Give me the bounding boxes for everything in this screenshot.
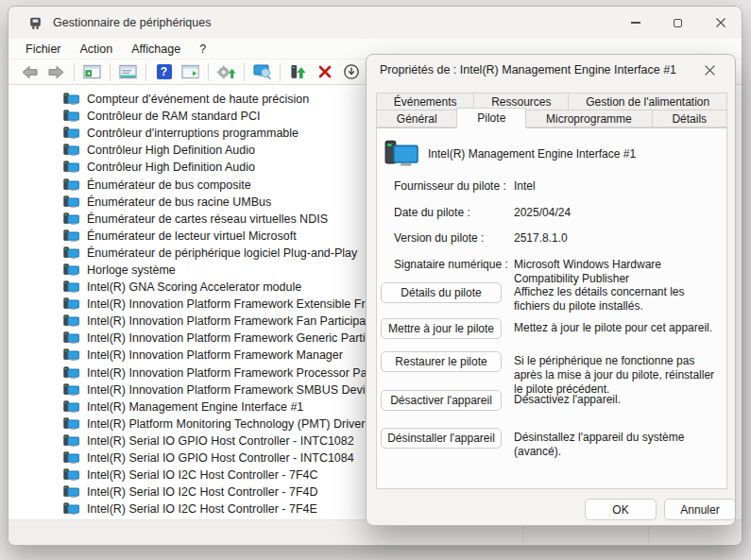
tab[interactable]: Général — [376, 110, 457, 127]
system-device-icon — [63, 263, 80, 277]
device-name: Intel(R) Serial IO GPIO Host Controller … — [87, 434, 354, 448]
device-name: Intel(R) Serial IO GPIO Host Controller … — [87, 451, 354, 465]
menu-help[interactable]: ? — [190, 39, 215, 59]
menu-affichage[interactable]: Affichage — [122, 39, 190, 59]
field-value: Intel — [514, 179, 717, 194]
device-name: Intel(R) Innovation Platform Framework E… — [87, 297, 382, 311]
device-name: Énumérateur de bus composite — [87, 178, 251, 192]
system-device-icon — [63, 314, 80, 328]
back-icon — [21, 65, 39, 79]
show-action-pane-button[interactable] — [179, 61, 202, 83]
system-device-icon — [63, 502, 80, 516]
driver-action-row: Désactiver l'appareil Désactivez l'appar… — [381, 390, 721, 411]
remote-computer-button[interactable] — [250, 61, 274, 83]
system-device-icon — [63, 366, 80, 380]
driver-action-row: Désinstaller l'appareil Désinstallez l'a… — [381, 428, 721, 459]
tab[interactable]: Pilote — [456, 108, 526, 128]
field-value: 2517.8.1.0 — [514, 231, 717, 246]
driver-action-description: Désinstallez l'appareil du système (avan… — [514, 428, 721, 459]
disable-device-button[interactable] — [339, 61, 363, 83]
system-device-icon — [63, 161, 80, 174]
device-name: Intel(R) Innovation Platform Framework M… — [87, 348, 343, 362]
driver-action-row: Mettre à jour le pilote Mettez à jour le… — [381, 318, 721, 339]
driver-tab-page: Intel(R) Management Engine Interface #1 … — [376, 127, 727, 489]
help-button[interactable]: ? — [152, 61, 176, 83]
system-device-icon — [63, 280, 80, 294]
driver-info: Fournisseur du pilote : Intel Date du pi… — [394, 179, 717, 297]
system-device-icon — [63, 331, 80, 345]
tab[interactable]: Microprogramme — [525, 110, 652, 127]
toolbar-separator — [110, 63, 111, 81]
device-name: Énumérateur de périphérique logiciel Plu… — [87, 246, 357, 260]
maximize-button[interactable] — [657, 7, 699, 39]
forward-button[interactable] — [44, 61, 68, 83]
system-device-icon — [63, 417, 80, 431]
tab-row-back: Événements Ressources Gestion de l'alime… — [376, 93, 727, 110]
device-name: Contrôleur d'interruptions programmable — [87, 127, 299, 140]
driver-action-row: Détails du pilote Affichez les détails c… — [381, 282, 721, 314]
field-label: Date du pilote : — [394, 206, 514, 220]
properties-button[interactable] — [116, 61, 140, 83]
help-icon: ? — [157, 64, 172, 79]
forward-icon — [47, 65, 65, 79]
field-label: Version du pilote : — [394, 231, 514, 246]
driver-action-button[interactable]: Désactiver l'appareil — [381, 390, 502, 411]
toolbar-separator — [208, 63, 209, 81]
system-device-icon — [63, 451, 80, 465]
toolbar-separator — [280, 63, 281, 81]
show-console-tree-button[interactable] — [80, 61, 104, 83]
back-button[interactable] — [18, 61, 42, 83]
field-label: Signataire numérique : — [394, 258, 514, 286]
system-device-icon — [63, 110, 80, 123]
dialog-device-name: Intel(R) Management Engine Interface #1 — [428, 147, 636, 161]
device-name: Compteur d'événement de haute précision — [87, 93, 309, 106]
device-manager-icon — [27, 15, 43, 31]
driver-action-button[interactable]: Mettre à jour le pilote — [381, 318, 502, 339]
field-label: Fournisseur du pilote : — [394, 179, 514, 194]
tab[interactable]: Détails — [652, 110, 727, 127]
menu-action[interactable]: Action — [71, 39, 123, 59]
device-name: Intel(R) Serial IO I2C Host Controller -… — [87, 468, 318, 482]
minimize-button[interactable] — [614, 7, 657, 39]
window-title: Gestionnaire de périphériques — [53, 16, 211, 29]
update-driver-button[interactable] — [286, 61, 310, 83]
system-device-icon — [63, 229, 80, 243]
system-device-icon — [63, 144, 80, 157]
system-device-icon — [63, 297, 80, 311]
device-header: Intel(R) Management Engine Interface #1 — [384, 140, 636, 168]
uninstall-x-icon — [318, 65, 332, 78]
driver-action-description: Affichez les détails concernant les fich… — [514, 282, 721, 314]
driver-field-row: Date du pilote : 2025/04/24 — [394, 206, 717, 220]
computer-search-icon — [253, 64, 272, 79]
close-button[interactable] — [699, 7, 742, 39]
system-device-icon — [63, 246, 80, 260]
maximize-icon — [674, 19, 682, 27]
menu-fichier[interactable]: Fichier — [16, 39, 71, 59]
title-bar: Gestionnaire de périphériques — [9, 7, 742, 39]
close-icon — [715, 17, 726, 28]
uninstall-device-button[interactable] — [313, 61, 336, 83]
driver-action-button[interactable]: Désinstaller l'appareil — [381, 428, 502, 449]
tab[interactable]: Gestion de l'alimentation — [568, 93, 727, 110]
device-name: Horloge système — [87, 263, 176, 277]
window-controls — [614, 7, 742, 39]
driver-field-row: Fournisseur du pilote : Intel — [394, 179, 717, 194]
dialog-close-button[interactable] — [695, 58, 724, 82]
ok-button[interactable]: OK — [585, 499, 657, 520]
device-name: Énumérateur de lecteur virtuel Microsoft — [87, 229, 297, 243]
system-device-icon — [63, 93, 80, 106]
update-driver-icon — [290, 64, 307, 80]
field-value: Microsoft Windows Hardware Compatibility… — [514, 258, 717, 286]
field-value: 2025/04/24 — [514, 206, 717, 220]
system-device-icon — [63, 400, 80, 414]
device-name: Intel(R) Innovation Platform Framework P… — [87, 366, 377, 380]
cancel-button[interactable]: Annuler — [664, 499, 736, 520]
toolbar-separator — [74, 63, 75, 81]
driver-action-button[interactable]: Détails du pilote — [381, 282, 502, 303]
tab-row-front: Général Pilote Microprogramme Détails — [376, 110, 727, 128]
driver-action-button[interactable]: Restaurer le pilote — [381, 351, 502, 372]
device-name: Intel(R) Innovation Platform Framework G… — [87, 331, 381, 345]
device-name: Énumérateur de bus racine UMBus — [87, 195, 271, 209]
system-device-icon — [63, 434, 80, 448]
scan-hardware-changes-button[interactable] — [214, 61, 238, 83]
